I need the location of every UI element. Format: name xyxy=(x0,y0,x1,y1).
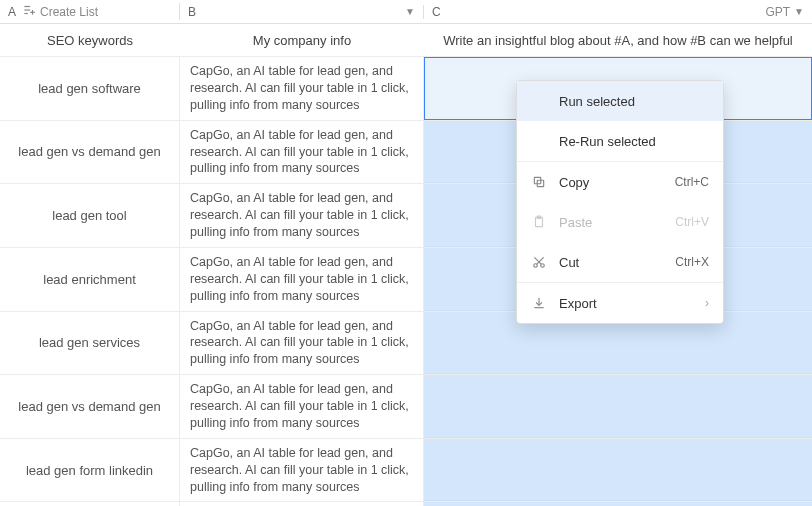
keyword-cell[interactable]: lead gen tool xyxy=(0,184,180,247)
company-cell[interactable]: CapGo, an AI table for lead gen, and res… xyxy=(180,184,424,247)
menu-label: Re-Run selected xyxy=(559,134,709,149)
menu-shortcut: Ctrl+V xyxy=(675,215,709,229)
col-b-title[interactable]: My company info xyxy=(180,33,424,48)
menu-label: Run selected xyxy=(559,94,709,109)
chevron-down-icon[interactable]: ▼ xyxy=(405,6,415,17)
download-icon xyxy=(531,296,547,310)
table-row: lead gen vs demand gen CapGo, an AI tabl… xyxy=(0,374,812,438)
cut-icon xyxy=(531,255,547,269)
create-list-label: Create List xyxy=(40,5,98,19)
paste-icon xyxy=(531,215,547,229)
keyword-cell[interactable]: lead gen vs demand gen xyxy=(0,121,180,184)
chevron-right-icon: › xyxy=(705,296,709,310)
menu-rerun-selected[interactable]: Re-Run selected xyxy=(517,121,723,161)
gpt-label: GPT xyxy=(765,5,790,19)
company-cell[interactable]: CapGo, an AI table for lead gen, and res… xyxy=(180,248,424,311)
col-a-letter: A xyxy=(8,5,16,19)
table-row: b2b lead gen agency CapGo, an AI table f… xyxy=(0,501,812,506)
company-cell[interactable]: CapGo, an AI table for lead gen, and res… xyxy=(180,502,424,506)
company-cell[interactable]: CapGo, an AI table for lead gen, and res… xyxy=(180,121,424,184)
title-row: SEO keywords My company info Write an in… xyxy=(0,24,812,56)
col-b-letter: B xyxy=(188,5,196,19)
gpt-selector[interactable]: GPT ▼ xyxy=(765,5,804,19)
company-cell[interactable]: CapGo, an AI table for lead gen, and res… xyxy=(180,375,424,438)
menu-label: Cut xyxy=(559,255,663,270)
col-c-title[interactable]: Write an insightful blog about #A, and h… xyxy=(424,33,812,48)
keyword-cell[interactable]: lead gen form linkedin xyxy=(0,439,180,502)
menu-label: Copy xyxy=(559,175,663,190)
company-cell[interactable]: CapGo, an AI table for lead gen, and res… xyxy=(180,312,424,375)
copy-icon xyxy=(531,175,547,189)
chevron-down-icon: ▼ xyxy=(794,6,804,17)
create-list-button[interactable]: Create List xyxy=(22,3,98,20)
col-c-letter: C xyxy=(432,5,441,19)
menu-shortcut: Ctrl+C xyxy=(675,175,709,189)
context-menu: Run selected Re-Run selected Copy Ctrl+C… xyxy=(516,80,724,324)
keyword-cell[interactable]: b2b lead gen agency xyxy=(0,502,180,506)
output-cell-selected[interactable] xyxy=(424,439,812,502)
menu-export[interactable]: Export › xyxy=(517,283,723,323)
table-row: lead gen form linkedin CapGo, an AI tabl… xyxy=(0,438,812,502)
company-cell[interactable]: CapGo, an AI table for lead gen, and res… xyxy=(180,57,424,120)
menu-cut[interactable]: Cut Ctrl+X xyxy=(517,242,723,282)
keyword-cell[interactable]: lead enrichment xyxy=(0,248,180,311)
keyword-cell[interactable]: lead gen vs demand gen xyxy=(0,375,180,438)
menu-label: Paste xyxy=(559,215,663,230)
col-a-title[interactable]: SEO keywords xyxy=(0,33,180,48)
menu-copy[interactable]: Copy Ctrl+C xyxy=(517,162,723,202)
menu-shortcut: Ctrl+X xyxy=(675,255,709,269)
menu-label: Export xyxy=(559,296,693,311)
keyword-cell[interactable]: lead gen software xyxy=(0,57,180,120)
menu-run-selected[interactable]: Run selected xyxy=(517,81,723,121)
output-cell-selected[interactable] xyxy=(424,502,812,506)
column-header-row: A Create List B ▼ C GPT ▼ xyxy=(0,0,812,24)
company-cell[interactable]: CapGo, an AI table for lead gen, and res… xyxy=(180,439,424,502)
list-add-icon xyxy=(22,3,36,20)
output-cell-selected[interactable] xyxy=(424,375,812,438)
keyword-cell[interactable]: lead gen services xyxy=(0,312,180,375)
menu-paste: Paste Ctrl+V xyxy=(517,202,723,242)
